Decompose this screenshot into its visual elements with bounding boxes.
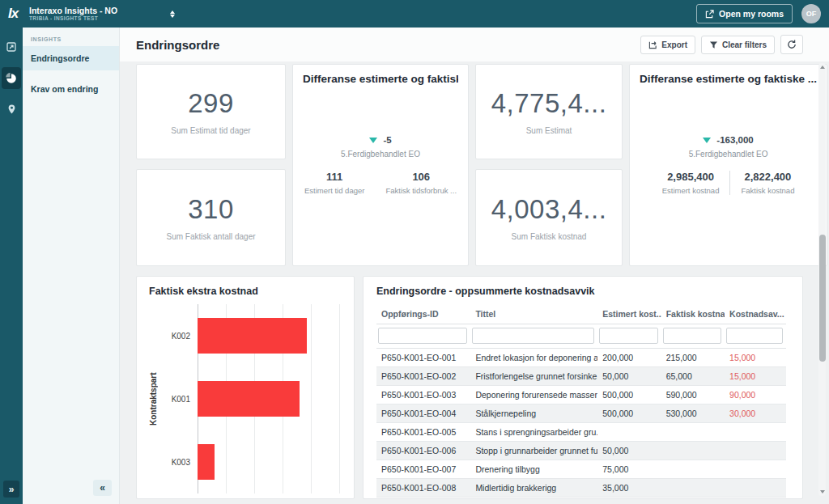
cell-avvik: 15,000 [725, 367, 786, 386]
filter-input-avvik[interactable] [726, 328, 783, 344]
kpi-label: Sum Faktisk kostnad [512, 232, 587, 241]
rail-item-locations[interactable] [2, 100, 21, 119]
sidebar-collapse-button[interactable]: « [93, 480, 112, 496]
cell-avvik [725, 479, 786, 498]
delta-context: 5.Ferdigbehandlet EO [303, 150, 458, 159]
cell-faktisk: 530,000 [661, 404, 725, 423]
workspace-switcher-icon[interactable] [168, 8, 177, 20]
rail-item-insights[interactable] [2, 67, 21, 89]
cell-tittel: Fristforlengelse grunnet forsinke... [470, 367, 597, 386]
export-button[interactable]: Export [640, 36, 695, 54]
bar-row: K001 [160, 367, 339, 430]
cell-estimert: 200,000 [597, 349, 661, 367]
kpi-label: Sum Estimat tid dager [171, 126, 250, 135]
col-header-tittel[interactable]: Tittel [470, 303, 597, 324]
kpi-card-differanse-kostnad: Differanse estimerte og faktiske ... -16… [629, 64, 827, 266]
stat-faktisk-tid: 106 Faktisk tidsforbruk ... [375, 171, 467, 195]
filter-input-faktisk[interactable] [663, 328, 721, 344]
clear-filters-button[interactable]: Clear filters [701, 36, 775, 54]
chart-y-axis-label: Kontraktspart [149, 304, 160, 493]
cell-estimert: 50,000 [597, 442, 661, 460]
insights-pie-icon [6, 73, 17, 84]
cell-avvik [725, 442, 786, 460]
rail-expand-button[interactable]: » [3, 481, 19, 498]
stat-value: 2,985,400 [662, 171, 720, 183]
table-row[interactable]: P650-K001-EO-001Endret lokasjon for depo… [376, 349, 786, 367]
cell-estimert: 50,000 [597, 367, 661, 386]
main-content: Endringsordre Export Clear filters [120, 28, 829, 504]
kpi-card-sum-estimat: 4,775,4... Sum Estimat [475, 64, 623, 159]
cell-id: P650-K001-EO-003 [376, 386, 470, 404]
col-header-kostnadsavvik[interactable]: Kostnadsav... [725, 303, 786, 324]
main-scrollbar[interactable] [818, 63, 826, 496]
table-row[interactable]: P650-K001-EO-006Stopp i grunnarbeider gr… [376, 442, 786, 460]
col-header-oppforings-id[interactable]: Oppførings-ID [376, 303, 470, 324]
table-row[interactable]: P650-K001-EO-004Stålkjernepeling500,0005… [376, 404, 786, 423]
cell-estimert [597, 423, 661, 442]
filter-input-tittel[interactable] [472, 328, 594, 344]
cell-faktisk [661, 423, 725, 442]
kpi-card-sum-estimat-tid: 299 Sum Estimat tid dager [136, 64, 286, 159]
table-row[interactable]: P650-K001-EO-003Deponering forurensede m… [376, 386, 786, 404]
scrollbar-thumb[interactable] [819, 235, 826, 362]
stat-value: 106 [385, 171, 457, 183]
interaxo-logo[interactable]: Ix [0, 6, 26, 22]
table-row[interactable]: P650-K001-EO-008Midlertidig brakkerigg35… [376, 479, 786, 498]
stat-estimert-tid: 111 Estimert tid dager [294, 171, 375, 195]
refresh-button[interactable] [780, 35, 803, 54]
col-header-faktisk-kostnad[interactable]: Faktisk kostnad [661, 303, 725, 324]
kpi-card-differanse-tid: Differanse estimerte og faktiske ... -5 … [292, 64, 469, 266]
sidebar-item-krav-om-endring[interactable]: Krav om endring [23, 77, 119, 101]
cell-tittel: Stålkjernepeling [470, 404, 597, 423]
col-header-estimert-kostnad[interactable]: Estimert kost... [597, 303, 661, 324]
table-row[interactable]: P650-K001-EO-007Drenering tilbygg75,000 [376, 460, 786, 479]
cell-id: P650-K001-EO-002 [376, 367, 470, 386]
delta-context: 5.Ferdigbehandlet EO [640, 150, 817, 159]
scroll-up-arrow-icon[interactable] [820, 66, 825, 69]
bar-category-label: K002 [160, 332, 198, 341]
stat-value: 2,822,400 [741, 171, 794, 183]
sort-down-icon [170, 15, 175, 18]
rail-item-rooms[interactable] [2, 37, 21, 57]
filter-input-oppforings-id[interactable] [378, 328, 467, 344]
bar-K003[interactable] [198, 444, 215, 480]
cell-estimert: 500,000 [597, 404, 661, 423]
delta-row: -5 [303, 135, 458, 145]
filter-input-estimert[interactable] [599, 328, 657, 344]
table-row[interactable]: P650-K001-EO-002Fristforlengelse grunnet… [376, 367, 786, 386]
location-pin-icon [6, 104, 17, 115]
export-label: Export [661, 40, 687, 49]
cell-faktisk [661, 442, 725, 460]
kpi-value: 4,003,4... [491, 194, 607, 225]
bar-row: K002 [160, 304, 339, 367]
stat-label: Estimert kostnad [662, 186, 720, 195]
scroll-down-arrow-icon[interactable] [820, 490, 825, 493]
open-my-rooms-button[interactable]: Open my rooms [696, 4, 793, 23]
bar-row: K003 [160, 430, 339, 493]
bar-category-label: K003 [160, 458, 198, 467]
cell-estimert: 75,000 [597, 460, 661, 479]
bar-K001[interactable] [198, 381, 300, 417]
decrease-triangle-icon [703, 138, 711, 143]
open-my-rooms-label: Open my rooms [719, 9, 784, 19]
refresh-icon [787, 40, 797, 49]
stats-row: 2,985,400 Estimert kostnad 2,822,400 Fak… [640, 171, 817, 195]
card-title: Differanse estimerte og faktiske ... [640, 73, 817, 86]
kpi-value: 299 [188, 88, 234, 119]
stat-estimert-kostnad: 2,985,400 Estimert kostnad [652, 171, 730, 195]
delta-value: -163,000 [716, 135, 753, 145]
kpi-card-grid: 299 Sum Estimat tid dager Differanse est… [136, 64, 803, 266]
export-icon [648, 40, 657, 49]
cell-id: P650-K001-EO-005 [376, 423, 470, 442]
rooms-icon [6, 41, 17, 53]
table-row[interactable]: P650-K001-EO-005Stans i sprengningsarbei… [376, 423, 786, 442]
cell-tittel: Deponering forurensede masser [470, 386, 597, 404]
cell-id: P650-K001-EO-001 [376, 349, 470, 367]
table-title: Endringsordre - oppsummerte kostnadsavvi… [376, 286, 794, 297]
table-header-row: Oppførings-ID Tittel Estimert kost... Fa… [376, 303, 786, 324]
filter-funnel-icon [709, 40, 718, 49]
bar-K002[interactable] [198, 318, 307, 354]
stats-row: 111 Estimert tid dager 106 Faktisk tidsf… [303, 171, 458, 195]
sidebar-item-endringsordre[interactable]: Endringsordre [23, 46, 119, 70]
user-avatar[interactable]: OF [801, 4, 821, 23]
